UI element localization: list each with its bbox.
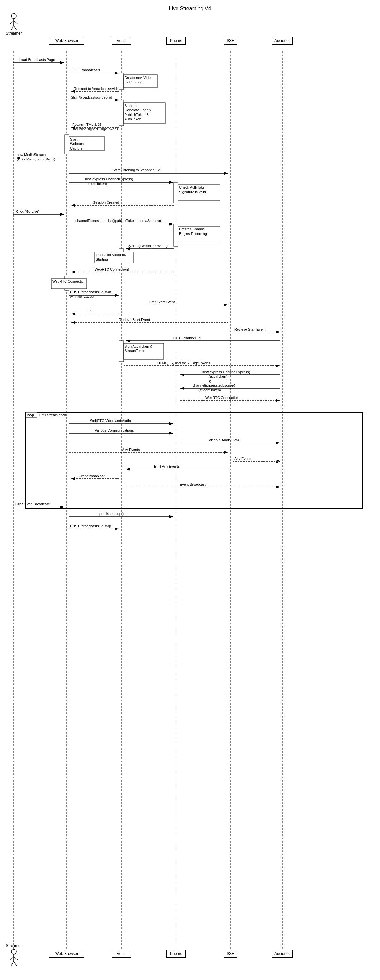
svg-text:WebRTC Video and Audio: WebRTC Video and Audio: [90, 419, 131, 423]
veue-actor-top: Veue: [112, 37, 131, 45]
svg-text:Any Events: Any Events: [122, 448, 140, 452]
svg-rect-53: [178, 226, 220, 244]
svg-text:);: );: [198, 393, 200, 396]
svg-text:Event Broadcast: Event Broadcast: [180, 482, 206, 486]
svg-line-127: [14, 25, 17, 30]
svg-text:as Pending: as Pending: [124, 80, 142, 84]
svg-text:Starting Webhook w/ Tag: Starting Webhook w/ Tag: [129, 244, 167, 248]
svg-text:);: );: [208, 379, 211, 383]
svg-text:Creates Channel: Creates Channel: [179, 227, 206, 231]
svg-text:Check AuthToken: Check AuthToken: [179, 186, 207, 189]
svg-text:Sign and: Sign and: [124, 103, 138, 108]
svg-line-132: [11, 961, 14, 966]
svg-text:Any Events: Any Events: [234, 457, 252, 460]
svg-line-133: [14, 961, 17, 966]
audience-actor-top: Audience: [272, 37, 293, 45]
svg-rect-80: [119, 341, 124, 362]
svg-text:Click "Go Live": Click "Go Live": [16, 210, 40, 213]
svg-text:Capture: Capture: [70, 146, 83, 150]
svg-rect-43: [178, 185, 220, 200]
svg-text:Session Created: Session Created: [93, 200, 119, 204]
svg-text:PublishToken &: PublishToken &: [124, 113, 149, 116]
svg-text:Event Broadcast: Event Broadcast: [79, 474, 105, 478]
svg-text:w/ Initial Layout: w/ Initial Layout: [70, 294, 94, 298]
svg-text:Transition Video to\: Transition Video to\: [95, 253, 126, 257]
svg-rect-20: [124, 103, 165, 124]
svg-text:Recieve Start Event: Recieve Start Event: [119, 318, 150, 321]
svg-text:AuthToken: AuthToken: [124, 117, 141, 121]
svg-point-122: [11, 13, 16, 19]
webbrowser-actor-bottom: Web Browser: [49, 950, 84, 958]
svg-text:);: );: [88, 186, 91, 190]
svg-rect-64: [65, 276, 69, 290]
svg-rect-29: [69, 136, 104, 151]
svg-text:GET /broadcasts: GET /broadcasts: [74, 68, 100, 72]
svg-text:new express.ChannelExpress(: new express.ChannelExpress(: [85, 177, 133, 181]
svg-text:Click "Stop Broadcast": Click "Stop Broadcast": [15, 502, 51, 506]
svg-rect-58: [119, 249, 124, 261]
page-title: Live Streaming V4: [0, 3, 380, 11]
svg-text:Emit Start Event: Emit Start Event: [149, 300, 175, 304]
streamer-label-top: Streamer: [3, 31, 25, 36]
svg-text:GET /broadcasts/:video_id: GET /broadcasts/:video_id: [71, 95, 112, 99]
svg-text:Return HTML & JS: Return HTML & JS: [72, 123, 102, 126]
svg-text:Video & Audio Data: Video & Audio Data: [208, 438, 239, 442]
svg-text:(authToken): (authToken): [208, 374, 227, 378]
svg-text:Starting: Starting: [95, 257, 108, 261]
svg-text:Create new Video: Create new Video: [124, 76, 153, 80]
svg-text:GET /:channel_id: GET /:channel_id: [173, 336, 200, 340]
svg-text:new MediaStream(: new MediaStream(: [17, 153, 46, 157]
streamer-actor-bottom: Streamer: [3, 943, 25, 966]
phenix-actor-bottom: Phenix: [166, 950, 186, 958]
svg-rect-97: [26, 412, 37, 417]
sse-actor-bottom: SSE: [224, 950, 237, 958]
svg-rect-81: [124, 344, 164, 360]
streamer-actor-top: Streamer: [3, 13, 25, 36]
svg-text:Recieve Start Event: Recieve Start Event: [234, 327, 266, 331]
sse-actor-top: SSE: [224, 37, 237, 45]
webbrowser-actor-top: Web Browser: [49, 37, 84, 45]
svg-text:Begins Recording: Begins Recording: [179, 232, 207, 235]
svg-rect-96: [26, 412, 363, 509]
svg-text:new express.ChannelExpress(: new express.ChannelExpress(: [202, 370, 250, 374]
svg-text:(authToken): (authToken): [88, 181, 107, 186]
svg-text:Start Listening to "/:channel_: Start Listening to "/:channel_id": [112, 168, 161, 172]
svg-text:Webcam: Webcam: [70, 142, 84, 146]
svg-text:Redirect to /broadcasts/:video: Redirect to /broadcasts/:video_id: [74, 87, 125, 91]
phenix-actor-top: Phenix: [166, 37, 186, 45]
svg-line-125: [14, 21, 17, 24]
svg-text:Various Communications: Various Communications: [95, 428, 134, 432]
svg-text:[until stream ends]: [until stream ends]: [38, 413, 67, 417]
svg-text:(videoMixer, audioMixer): (videoMixer, audioMixer): [17, 157, 55, 161]
svg-rect-52: [173, 224, 178, 247]
svg-text:StreamToken: StreamToken: [124, 349, 145, 353]
svg-text:HTML, JS, and the 2 EdgeTokens: HTML, JS, and the 2 EdgeTokens: [157, 361, 210, 365]
svg-line-130: [10, 956, 14, 960]
svg-text:channelExpress.publish((publis: channelExpress.publish((publishToken, me…: [75, 219, 161, 223]
svg-text:WebRTC Connection!: WebRTC Connection!: [95, 267, 129, 271]
svg-text:WebRTC Connection: WebRTC Connection: [205, 396, 239, 399]
svg-text:loop: loop: [27, 413, 34, 417]
veue-actor-bottom: Veue: [112, 950, 131, 958]
svg-line-126: [11, 25, 14, 30]
svg-text:Start: Start: [70, 137, 77, 141]
svg-point-128: [11, 949, 16, 955]
svg-rect-59: [95, 252, 133, 263]
svg-rect-65: [51, 278, 87, 289]
streamer-label-bottom: Streamer: [3, 943, 25, 948]
svg-rect-11: [119, 73, 124, 89]
svg-text:publisher.stop(): publisher.stop(): [100, 512, 124, 515]
svg-text:Sign AuthToken &: Sign AuthToken &: [124, 344, 153, 348]
svg-text:OK: OK: [87, 309, 92, 313]
svg-text:Generate Phenix: Generate Phenix: [124, 108, 151, 112]
svg-text:POST /broadcasts/:id/stop: POST /broadcasts/:id/stop: [70, 524, 111, 528]
svg-text:(streamToken): (streamToken): [198, 388, 221, 392]
svg-rect-19: [119, 100, 124, 126]
svg-rect-28: [65, 135, 69, 154]
svg-rect-12: [124, 75, 157, 88]
svg-line-131: [14, 956, 17, 960]
svg-line-124: [10, 21, 14, 24]
audience-actor-bottom: Audience: [272, 950, 293, 958]
svg-text:Emit Any Events: Emit Any Events: [154, 465, 180, 468]
svg-text:Load Broadcasts Page: Load Broadcasts Page: [19, 58, 55, 62]
